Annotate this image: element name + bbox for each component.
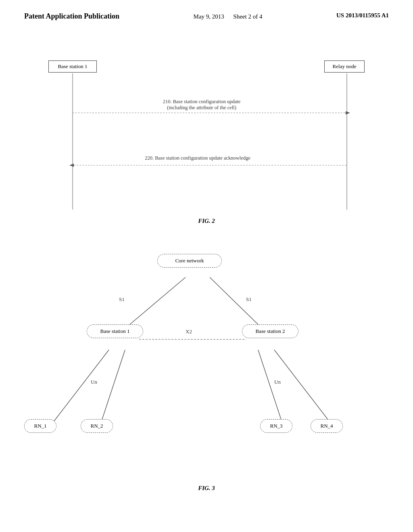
svg-line-7 (210, 277, 262, 328)
fig2-label: FIG. 2 (24, 218, 389, 224)
svg-line-12 (274, 350, 331, 423)
publication-date: May 9, 2013 (194, 13, 224, 20)
svg-marker-5 (69, 164, 74, 167)
svg-marker-3 (346, 111, 350, 114)
rn2-node: RN_2 (81, 419, 113, 433)
sheet-info: Sheet 2 of 4 (233, 13, 262, 20)
un-right-label: Un (274, 379, 281, 385)
s1-left-label: S1 (119, 296, 125, 303)
x2-label: X2 (186, 328, 192, 335)
base-station-2-node: Base station 2 (242, 324, 298, 338)
arrow2-label: 220. Base station configuration update a… (81, 155, 315, 161)
arrow1-label: 210. Base station configuration update (… (105, 99, 298, 111)
network-svg (0, 250, 413, 492)
svg-line-10 (101, 350, 125, 423)
rn3-node: RN_3 (260, 419, 292, 433)
sequence-svg (24, 52, 389, 214)
sequence-diagram: Base station 1 Relay node 210. Base stat… (24, 52, 389, 214)
rn1-node: RN_1 (24, 419, 56, 433)
base-station-1-node: Base station 1 (87, 324, 143, 338)
rn4-node: RN_4 (311, 419, 343, 433)
s1-right-label: S1 (246, 296, 252, 303)
fig3-label: FIG. 3 (0, 485, 413, 492)
publication-title: Patent Application Publication (24, 12, 119, 21)
svg-line-6 (125, 277, 186, 328)
core-network-node: Core network (157, 254, 222, 268)
page-header: Patent Application Publication May 9, 20… (0, 0, 413, 21)
network-diagram: Core network S1 S1 X2 Base station 1 Bas… (0, 250, 413, 492)
svg-line-9 (52, 350, 109, 423)
fig2-container: Base station 1 Relay node 210. Base stat… (24, 52, 389, 226)
header-center: May 9, 2013 Sheet 2 of 4 (194, 12, 263, 21)
svg-line-11 (258, 350, 282, 423)
fig3-container: Core network S1 S1 X2 Base station 1 Bas… (0, 250, 413, 504)
un-left-label: Un (91, 379, 97, 385)
patent-number: US 2013/0115955 A1 (336, 12, 389, 19)
